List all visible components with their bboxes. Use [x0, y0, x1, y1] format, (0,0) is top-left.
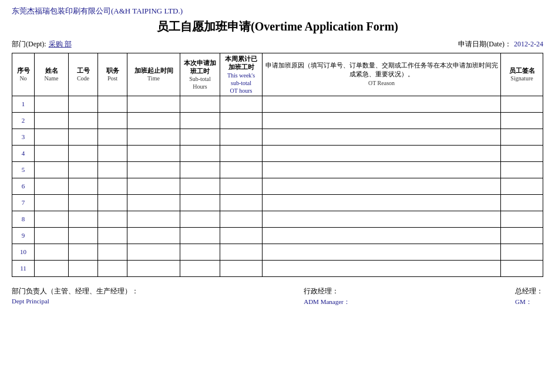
- table-cell: [501, 145, 543, 161]
- table-cell: [263, 96, 501, 112]
- table-cell: [35, 145, 69, 161]
- table-row: 5: [12, 161, 543, 178]
- table-cell: [501, 112, 543, 129]
- table-cell: [501, 227, 543, 244]
- table-cell: [98, 211, 127, 227]
- table-cell: [127, 260, 180, 276]
- table-cell: [263, 227, 501, 244]
- table-cell: [180, 178, 220, 194]
- table-cell: [127, 145, 180, 161]
- table-cell: [180, 227, 220, 244]
- date-label: 申请日期(Date)：: [458, 39, 512, 49]
- footer-right-zh: 总经理：: [515, 286, 543, 296]
- table-cell: [220, 145, 263, 161]
- table-cell: 11: [12, 260, 35, 276]
- table-cell: [180, 211, 220, 227]
- table-cell: [127, 129, 180, 145]
- table-cell: 8: [12, 211, 35, 227]
- table-cell: [220, 178, 263, 194]
- table-cell: [98, 244, 127, 260]
- table-cell: [220, 211, 263, 227]
- table-cell: [263, 161, 501, 178]
- table-cell: [180, 244, 220, 260]
- table-cell: [127, 96, 180, 112]
- table-cell: [98, 161, 127, 178]
- table-cell: [127, 227, 180, 244]
- table-row: 2: [12, 112, 543, 129]
- form-title: 员工自愿加班申请(Overtime Application Form): [12, 19, 543, 35]
- table-cell: 6: [12, 178, 35, 194]
- table-cell: [98, 178, 127, 194]
- table-cell: [35, 211, 69, 227]
- table-cell: [35, 96, 69, 112]
- table-row: 3: [12, 129, 543, 145]
- table-cell: [501, 211, 543, 227]
- table-cell: [220, 227, 263, 244]
- header-code: 工号 Code: [69, 53, 98, 96]
- table-cell: [180, 129, 220, 145]
- table-cell: [501, 244, 543, 260]
- table-cell: [127, 211, 180, 227]
- table-cell: [220, 244, 263, 260]
- table-cell: [35, 112, 69, 129]
- table-row: 1: [12, 96, 543, 112]
- table-cell: [98, 227, 127, 244]
- table-cell: [98, 145, 127, 161]
- table-cell: [263, 260, 501, 276]
- table-cell: [263, 112, 501, 129]
- header-weektotal: 本周累计已加班工时 This week's sub-total OT hours: [220, 53, 263, 96]
- footer-middle-en: ADM Manager：: [304, 298, 350, 306]
- footer-right-en: GM：: [515, 298, 543, 306]
- table-cell: [127, 178, 180, 194]
- table-cell: 5: [12, 161, 35, 178]
- table-cell: 3: [12, 129, 35, 145]
- header-no: 序号 No: [12, 53, 35, 96]
- main-table: 序号 No 姓名 Name 工号 Code 职务 Post 加班起止时间 Tim…: [12, 53, 543, 277]
- table-cell: [127, 161, 180, 178]
- table-cell: [98, 112, 127, 129]
- table-cell: [501, 260, 543, 276]
- table-cell: [263, 178, 501, 194]
- table-cell: [127, 112, 180, 129]
- table-cell: [220, 112, 263, 129]
- table-cell: [98, 129, 127, 145]
- footer-right: 总经理： GM：: [515, 286, 543, 306]
- table-cell: [69, 260, 98, 276]
- header-post: 职务 Post: [98, 53, 127, 96]
- table-cell: 1: [12, 96, 35, 112]
- table-cell: [35, 260, 69, 276]
- table-cell: [69, 194, 98, 211]
- table-cell: 4: [12, 145, 35, 161]
- table-cell: [98, 194, 127, 211]
- table-cell: [501, 161, 543, 178]
- table-cell: 7: [12, 194, 35, 211]
- footer-left: 部门负责人（主管、经理、生产经理）： Dept Principal: [12, 286, 139, 306]
- table-cell: [127, 244, 180, 260]
- footer-middle-zh: 行政经理：: [304, 286, 350, 296]
- table-cell: [69, 178, 98, 194]
- table-cell: [127, 194, 180, 211]
- date-value: 2012-2-24: [514, 40, 543, 49]
- table-cell: [180, 260, 220, 276]
- table-cell: [35, 161, 69, 178]
- table-cell: [501, 96, 543, 112]
- header-subtotal: 本次申请加班工时 Sub-total Hours: [180, 53, 220, 96]
- footer-middle: 行政经理： ADM Manager：: [304, 286, 350, 306]
- table-row: 7: [12, 194, 543, 211]
- dept-label: 部门(Dept):: [12, 39, 46, 49]
- table-cell: [69, 161, 98, 178]
- table-cell: [35, 227, 69, 244]
- table-cell: [35, 129, 69, 145]
- form-header: 部门(Dept): 采购 部 申请日期(Date)： 2012-2-24: [12, 39, 543, 49]
- table-cell: [263, 211, 501, 227]
- table-row: 11: [12, 260, 543, 276]
- table-cell: 2: [12, 112, 35, 129]
- table-row: 10: [12, 244, 543, 260]
- header-reason: 申请加班原因（填写订单号、订单数量、交期或工作任务等在本次申请加班时间完成紧急、…: [263, 53, 501, 96]
- header-signature: 员工签名 Signature: [501, 53, 543, 96]
- table-cell: [180, 145, 220, 161]
- table-cell: [69, 145, 98, 161]
- table-cell: [263, 194, 501, 211]
- footer-left-en: Dept Principal: [12, 298, 139, 305]
- table-row: 6: [12, 178, 543, 194]
